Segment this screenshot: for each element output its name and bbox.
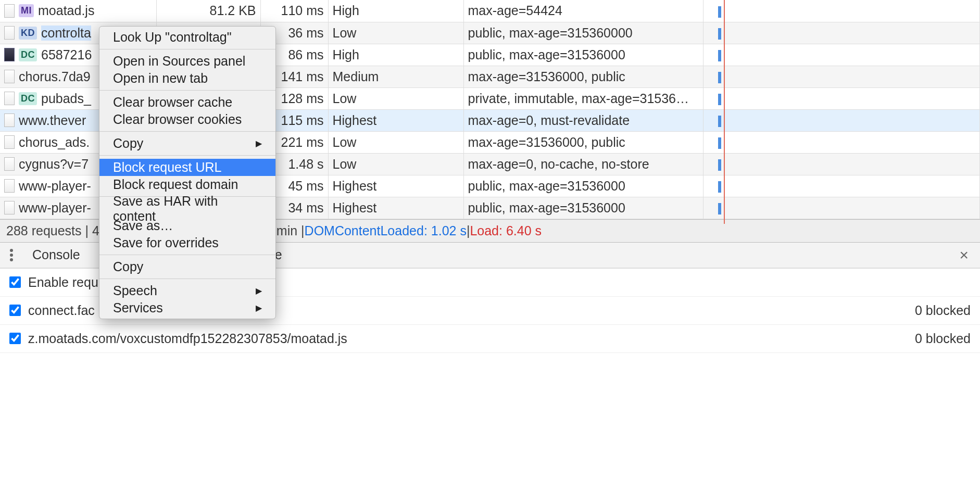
requests-count: 288 requests | 4: [6, 223, 99, 238]
menu-lookup[interactable]: Look Up "controltag": [99, 29, 275, 46]
menu-clear-cache[interactable]: Clear browser cache: [99, 94, 275, 111]
chevron-right-icon: ▶: [256, 138, 262, 148]
request-name: cygnus?v=7: [19, 157, 89, 172]
waterfall-bar: [718, 137, 721, 149]
waterfall-bar: [718, 28, 721, 40]
blocking-pattern-row[interactable]: z.moatads.com/voxcustomdfp152282307853/m…: [0, 325, 980, 353]
context-menu: Look Up "controltag" Open in Sources pan…: [99, 26, 276, 319]
waterfall-bar: [718, 159, 721, 171]
cache-control: max-age=0, no-cache, no-store: [463, 153, 703, 175]
cache-control: max-age=54424: [463, 0, 703, 22]
menu-save-har[interactable]: Save as HAR with content: [99, 200, 275, 217]
cache-control: max-age=31536000, public: [463, 66, 703, 87]
request-name: moatad.js: [38, 3, 94, 18]
initiator-badge: DC: [19, 92, 37, 105]
waterfall-bar: [718, 72, 721, 83]
enable-blocking-checkbox[interactable]: [9, 276, 21, 288]
request-priority: Low: [328, 131, 463, 153]
script-file-icon: [4, 157, 15, 171]
pattern-checkbox[interactable]: [9, 333, 21, 344]
request-size: 81.2 KB: [156, 0, 260, 22]
load-time: Load: 6.40 s: [470, 223, 542, 238]
initiator-badge: KD: [19, 27, 37, 40]
pattern-text: connect.fac: [28, 303, 95, 318]
script-file-icon: [4, 70, 15, 83]
pattern-checkbox[interactable]: [9, 305, 21, 316]
request-name: www.thever: [19, 113, 86, 128]
pattern-text: z.moatads.com/voxcustomdfp152282307853/m…: [28, 331, 347, 346]
cache-control: public, max-age=31536000: [463, 175, 703, 197]
menu-speech-submenu[interactable]: Speech▶: [99, 282, 275, 299]
table-row[interactable]: MImoatad.js81.2 KB110 msHighmax-age=5442…: [0, 0, 980, 22]
waterfall-cell: [703, 109, 980, 131]
script-file-icon: [4, 113, 15, 127]
cache-control: public, max-age=31536000: [463, 44, 703, 66]
request-priority: High: [328, 0, 463, 22]
summary-mid: min |: [277, 223, 305, 238]
request-priority: Highest: [328, 175, 463, 197]
initiator-badge: DC: [19, 48, 37, 61]
waterfall-bar: [718, 116, 721, 127]
cache-control: public, max-age=31536000: [463, 197, 703, 219]
request-priority: Highest: [328, 197, 463, 219]
request-priority: Low: [328, 22, 463, 44]
waterfall-cell: [703, 153, 980, 175]
blocked-count: 0 blocked: [915, 331, 971, 346]
cache-control: public, max-age=315360000: [463, 22, 703, 44]
request-priority: Low: [328, 87, 463, 109]
request-priority: Low: [328, 153, 463, 175]
request-name: chorus_ads.: [19, 135, 90, 150]
waterfall-bar: [718, 6, 721, 18]
waterfall-cell: [703, 22, 980, 44]
menu-copy[interactable]: Copy: [99, 258, 275, 275]
script-file-icon: [4, 92, 15, 105]
waterfall-bar: [718, 94, 721, 105]
cache-control: private, immutable, max-age=31536…: [463, 87, 703, 109]
initiator-badge: MI: [19, 4, 34, 17]
blocked-count: 0 blocked: [915, 303, 971, 318]
chevron-right-icon: ▶: [256, 286, 262, 296]
waterfall-cell: [703, 197, 980, 219]
menu-open-tab[interactable]: Open in new tab: [99, 70, 275, 87]
script-file-icon: [4, 4, 15, 18]
request-priority: Medium: [328, 66, 463, 87]
load-event-marker: [724, 0, 725, 224]
chevron-right-icon: ▶: [256, 303, 262, 313]
script-file-icon: [4, 135, 15, 149]
request-name: 6587216: [41, 47, 92, 62]
script-file-icon: [4, 26, 15, 40]
request-name: controlta: [41, 26, 91, 41]
waterfall-bar: [718, 181, 721, 193]
request-name: www-player-: [19, 200, 91, 216]
enable-blocking-label: Enable requ: [28, 275, 98, 290]
cache-control: max-age=0, must-revalidate: [463, 109, 703, 131]
script-file-icon: [4, 179, 15, 193]
waterfall-cell: [703, 44, 980, 66]
menu-clear-cookies[interactable]: Clear browser cookies: [99, 111, 275, 128]
waterfall-cell: [703, 66, 980, 87]
kebab-menu-icon[interactable]: [6, 248, 17, 262]
request-name: www-player-: [19, 179, 91, 194]
tab-console[interactable]: Console: [32, 247, 80, 262]
menu-services-submenu[interactable]: Services▶: [99, 299, 275, 317]
image-file-icon: [4, 48, 15, 61]
request-priority: Highest: [328, 109, 463, 131]
menu-block-url[interactable]: Block request URL: [99, 159, 275, 176]
menu-copy-submenu[interactable]: Copy▶: [99, 135, 275, 152]
request-time: 110 ms: [260, 0, 328, 22]
request-name: chorus.7da9: [19, 69, 91, 84]
waterfall-cell: [703, 0, 980, 22]
cache-control: max-age=31536000, public: [463, 131, 703, 153]
waterfall-cell: [703, 131, 980, 153]
menu-save-overrides[interactable]: Save for overrides: [99, 234, 275, 251]
close-icon[interactable]: ×: [954, 246, 974, 264]
waterfall-bar: [718, 50, 721, 61]
menu-open-sources[interactable]: Open in Sources panel: [99, 53, 275, 70]
domcontentloaded-time: DOMContentLoaded: 1.02 s: [305, 223, 467, 238]
waterfall-bar: [718, 203, 721, 214]
menu-block-domain[interactable]: Block request domain: [99, 176, 275, 193]
waterfall-cell: [703, 175, 980, 197]
request-priority: High: [328, 44, 463, 66]
request-name: pubads_: [41, 91, 91, 106]
waterfall-cell: [703, 87, 980, 109]
